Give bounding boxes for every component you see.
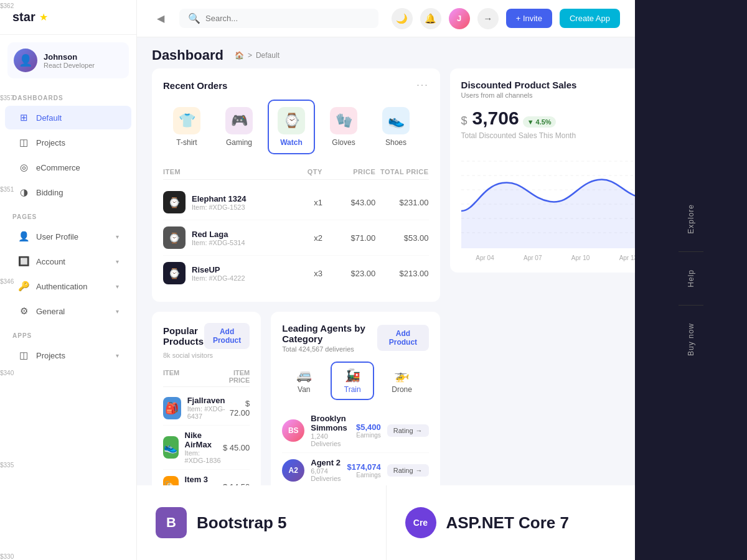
gloves-icon: 🧤 [330, 107, 357, 134]
category-watch[interactable]: ⌚ Watch [268, 100, 315, 154]
user-profile-card[interactable]: 👤 Johnson React Developer [7, 42, 129, 78]
card-title: Popular Products [163, 325, 204, 347]
arrow-right-icon: → [416, 427, 423, 434]
user-role: React Developer [44, 62, 95, 69]
card-header: Leading Agents by Category Total 424,567… [282, 323, 428, 353]
product-name: Item 3 [185, 475, 221, 484]
chart-description: Total Discounted Sales This Month [461, 131, 635, 140]
watch-icon: ⌚ [278, 107, 305, 134]
agent-deliveries: 6,074 Deliveries [311, 467, 341, 482]
recent-orders-card: Recent Orders ··· 👕 T-shirt 🎮 Gaming [152, 68, 440, 302]
item-info: ⌚ RiseUP Item: #XDG-4222 [163, 262, 270, 284]
category-label: Gaming [226, 138, 252, 147]
product-price: $ 72.00 [230, 399, 250, 418]
item-info: ⌚ Elephant 1324 Item: #XDG-1523 [163, 191, 270, 213]
breadcrumb-current: Default [256, 51, 280, 60]
buy-now-button[interactable]: Buy now [682, 318, 700, 361]
sidebar-item-label: Authentication [36, 282, 87, 291]
product-image: 👟 [163, 436, 179, 459]
chevron-down-icon: ▾ [116, 258, 119, 265]
rating-button[interactable]: Rating → [387, 424, 429, 437]
tab-label: Train [344, 385, 361, 394]
agent-earnings: $174,074 [347, 462, 381, 472]
sidebar-item-label: Account [36, 257, 65, 266]
card-menu-button[interactable]: ··· [416, 80, 428, 91]
col-total: TOTAL PRICE [375, 168, 428, 175]
card-title: Discounted Product Sales [461, 80, 577, 90]
chart-svg-container: Apr 04 Apr 07 Apr 10 Apr 13 Apr 18 [461, 149, 635, 261]
panel-divider [679, 251, 703, 252]
page-title: Dashboard [152, 47, 223, 63]
popular-products-subtitle: 8k social visitors [163, 352, 250, 359]
help-button[interactable]: Help [682, 264, 700, 292]
category-gaming[interactable]: 🎮 Gaming [215, 100, 263, 154]
table-row: ⌚ RiseUP Item: #XDG-4222 x3 $23.00 $213.… [163, 256, 429, 291]
x-label: Apr 04 [476, 254, 494, 261]
price-cell: $71.00 [322, 233, 375, 243]
item-name: Elephant 1324 [192, 194, 246, 203]
user-name: Johnson [44, 52, 95, 62]
product-id: Item: #XDG-1836 [185, 449, 221, 464]
product-id: Item: #XDG-6437 [187, 405, 230, 420]
topbar: ◀ 🔍 🌙 🔔 J → + Invite Create App [137, 0, 635, 37]
aspnet-letter: Cre [413, 518, 428, 528]
category-shoes[interactable]: 👟 Shoes [372, 100, 420, 154]
rating-label: Rating [393, 467, 413, 474]
category-gloves[interactable]: 🧤 Gloves [320, 100, 367, 154]
card-subtitle: Users from all channels [461, 91, 577, 99]
create-app-button[interactable]: Create App [560, 9, 620, 28]
agent-tab-train[interactable]: 🚂 Train [331, 362, 374, 400]
item-id: Item: #XDG-1523 [192, 203, 246, 211]
sidebar-item-label: General [36, 307, 65, 316]
amount-value: 3,706 [472, 108, 519, 129]
rating-button[interactable]: Rating → [387, 464, 429, 477]
notification-button[interactable]: 🔔 [420, 8, 441, 29]
trend-icon: ▼ [527, 118, 534, 126]
qty-cell: x3 [270, 269, 322, 278]
agent-stats: $174,074 Earnings [347, 462, 381, 478]
bootstrap-banner: B Bootstrap 5 [137, 485, 386, 560]
price-cell: $23.00 [322, 269, 375, 278]
card-subtitle: Total 424,567 deliveries [282, 345, 377, 353]
x-label: Apr 10 [571, 254, 590, 261]
add-product2-button[interactable]: Add Product [377, 325, 428, 351]
col-item: ITEM [163, 369, 221, 384]
right-column: Discounted Product Sales Users from all … [450, 68, 635, 534]
trend-badge: ▼ 4.5% [523, 116, 556, 128]
card-header: Recent Orders ··· [163, 80, 429, 91]
tab-label: Drone [392, 385, 412, 394]
rating-label: Rating [393, 427, 413, 434]
left-column: Recent Orders ··· 👕 T-shirt 🎮 Gaming [152, 68, 440, 534]
product-name: Nike AirMax [185, 431, 221, 449]
arrow-icon[interactable]: → [477, 8, 499, 29]
agent-tab-drone[interactable]: 🚁 Drone [379, 362, 425, 400]
van-icon: 🚐 [296, 368, 312, 383]
item-id: Item: #XDG-4222 [192, 274, 245, 282]
search-box: 🔍 [179, 9, 378, 28]
earnings-label: Earnings [356, 432, 381, 439]
add-product-button[interactable]: Add Product [204, 323, 250, 349]
sidebar-toggle-button[interactable]: ◀ [152, 10, 169, 27]
agent-tab-van[interactable]: 🚐 Van [282, 362, 326, 400]
total-cell: $231.00 [375, 198, 428, 207]
invite-button[interactable]: + Invite [506, 9, 552, 28]
category-tshirt[interactable]: 👕 T-shirt [163, 100, 210, 154]
category-label: Gloves [332, 138, 355, 147]
search-input[interactable] [205, 14, 370, 23]
item-image: ⌚ [163, 226, 186, 249]
explore-button[interactable]: Explore [682, 199, 700, 239]
sales-chart [461, 149, 635, 248]
price-cell: $43.00 [322, 198, 375, 207]
breadcrumb-home-icon: 🏠 [235, 51, 244, 60]
sales-amount: $ 3,706 ▼ 4.5% [461, 108, 635, 129]
theme-toggle-button[interactable]: 🌙 [392, 8, 413, 29]
card-header: Discounted Product Sales Users from all … [461, 80, 635, 99]
table-header: ITEM QTY PRICE TOTAL PRICE [163, 164, 429, 180]
category-label: Shoes [385, 138, 406, 147]
trend-value: 4.5% [536, 118, 552, 126]
qty-cell: x2 [270, 233, 322, 243]
top-user-avatar[interactable]: J [449, 8, 470, 29]
col-price: ITEM PRICE [221, 369, 250, 384]
table-header: ITEM ITEM PRICE [163, 366, 250, 387]
agent-earnings: $5,400 [356, 422, 381, 432]
